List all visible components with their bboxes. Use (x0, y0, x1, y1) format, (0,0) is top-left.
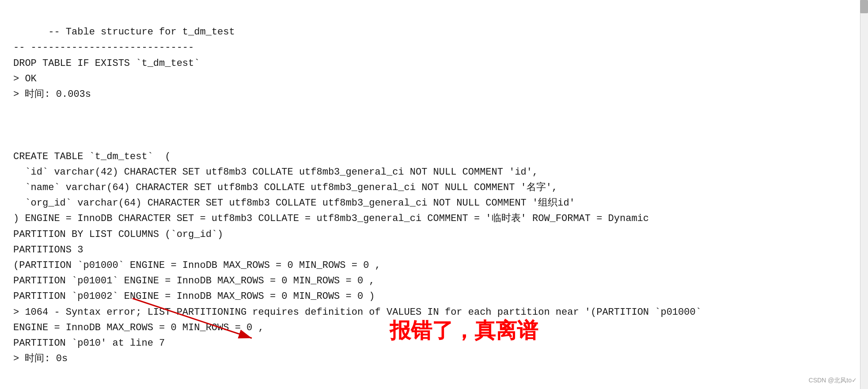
line-1: -- Table structure for t_dm_test (48, 27, 235, 38)
line-16: (PARTITION `p01000` ENGINE = InnoDB MAX_… (13, 260, 381, 271)
annotation-text: 报错了，真离谱 (390, 319, 538, 342)
line-11: `name` varchar(64) CHARACTER SET utf8mb3… (13, 182, 557, 193)
scrollbar-thumb[interactable] (860, 0, 868, 13)
line-3: DROP TABLE IF EXISTS `t_dm_test` (13, 58, 200, 69)
annotation-container: 报错了，真离谱 (390, 317, 538, 345)
svg-line-1 (133, 298, 252, 338)
line-10: `id` varchar(42) CHARACTER SET utf8mb3 C… (13, 167, 538, 178)
scrollbar-track[interactable] (860, 0, 868, 389)
watermark: CSDN @北风to✓ (809, 377, 857, 385)
line-12: `org_id` varchar(64) CHARACTER SET utf8m… (13, 198, 575, 209)
line-2: -- ---------------------------- (13, 42, 194, 53)
content-area: -- Table structure for t_dm_test -- ----… (0, 0, 868, 389)
line-15: PARTITIONS 3 (13, 244, 83, 256)
main-container: -- Table structure for t_dm_test -- ----… (0, 0, 868, 389)
line-14: PARTITION BY LIST COLUMNS (`org_id`) (13, 229, 223, 240)
line-5: > 时间: 0.003s (13, 89, 91, 100)
line-13: ) ENGINE = InnoDB CHARACTER SET = utf8mb… (13, 213, 649, 224)
arrow-svg (110, 294, 287, 347)
line-22: > 时间: 0s (13, 353, 68, 364)
line-17: PARTITION `p01001` ENGINE = InnoDB MAX_R… (13, 275, 375, 286)
line-4: > OK (13, 73, 37, 84)
line-9: CREATE TABLE `t_dm_test` ( (13, 151, 171, 162)
